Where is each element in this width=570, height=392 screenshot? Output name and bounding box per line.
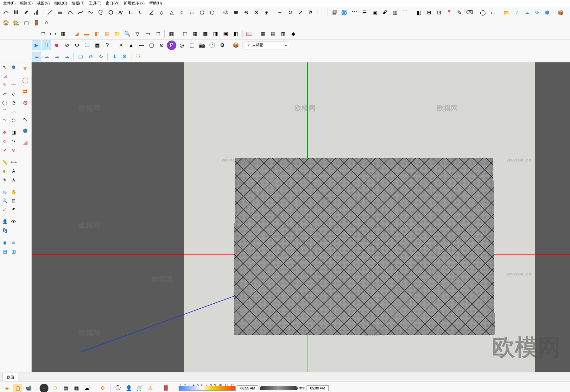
podium-icon[interactable]: P [167, 41, 176, 50]
camera-icon[interactable]: 📷 [197, 41, 207, 50]
stop-icon[interactable]: ⊘ [62, 41, 72, 50]
corner-icon[interactable] [126, 8, 136, 17]
frame-icon[interactable]: ▢ [147, 41, 156, 50]
columns2-icon[interactable]: ▥ [390, 8, 400, 17]
menu-extensions[interactable]: 扩展程序 (x) [122, 0, 146, 7]
cloud1-icon[interactable]: ☁ [32, 52, 41, 61]
select-icon[interactable]: ⬚ [38, 29, 48, 39]
ext-down-icon[interactable]: ▼ [20, 64, 30, 74]
component4-icon[interactable]: ◨ [211, 29, 220, 39]
ext-pointer-icon[interactable]: ↖ [20, 114, 30, 124]
pencil-red-icon[interactable]: ✎ [1, 81, 9, 89]
move-tool-icon[interactable]: ✥ [1, 128, 9, 136]
dimension-icon[interactable]: ⟷ [48, 29, 58, 39]
door-icon[interactable]: 🚪 [32, 18, 41, 27]
line-icon[interactable] [45, 8, 55, 17]
box2-icon[interactable]: 🏠 [1, 18, 11, 27]
status-value-tab[interactable]: 数值 [3, 373, 18, 381]
previous-icon[interactable]: ↶ [10, 205, 18, 214]
bb-shield2-icon[interactable]: ⬡ [50, 384, 59, 392]
scale-tool-icon[interactable]: ⤢ [1, 146, 9, 154]
menu-view[interactable]: 视图(V) [35, 0, 52, 7]
columns-icon[interactable] [11, 8, 21, 17]
pattern-icon[interactable]: ⊞ [262, 8, 271, 17]
component6-icon[interactable]: ◧ [231, 29, 240, 39]
bb-warning-icon[interactable]: ⚠ [146, 384, 155, 392]
bb-camera-icon[interactable]: 📹 [24, 384, 33, 392]
curve-tool-icon[interactable] [1, 8, 11, 17]
material4-icon[interactable]: ◆ [288, 29, 298, 39]
bb-info-icon[interactable]: ⓘ [114, 384, 123, 392]
subtract-icon[interactable]: ⊖ [241, 8, 251, 17]
zoom-window-icon[interactable]: ⊡ [10, 197, 18, 205]
diamond-tool-icon[interactable]: ◇ [10, 90, 18, 98]
menu-file[interactable]: 文件(F) [1, 0, 17, 7]
eraser2-icon[interactable]: ⌫ [465, 8, 474, 17]
nodes-icon[interactable]: ⊚ [86, 52, 95, 61]
arc-tool-icon[interactable]: ⌒ [1, 107, 9, 116]
pencil-icon[interactable]: ✎ [454, 8, 464, 17]
sweep-icon[interactable]: 〰 [350, 8, 359, 17]
viewport[interactable]: 欧模网 欧模网 欧模网 欧模网 欧模网 欧模网 欧模网 www.om.cn ww… [32, 62, 570, 372]
box-orange-icon[interactable]: ▬ [82, 29, 92, 39]
bb-component-icon[interactable]: ◈ [3, 384, 11, 392]
flip-h-icon[interactable]: ◧ [414, 8, 423, 17]
3d-icon[interactable]: ⬢ [542, 8, 552, 17]
offset-icon[interactable] [55, 8, 65, 17]
rect3-icon[interactable]: ▭ [143, 29, 152, 39]
offset-tool-icon[interactable]: ⊙ [10, 146, 18, 154]
eraser-orange-icon[interactable]: ◢ [72, 29, 81, 39]
rect2-icon[interactable]: ▭ [488, 8, 498, 17]
layers2-icon[interactable]: ▤ [1, 247, 9, 256]
target-icon[interactable]: ◎ [177, 41, 187, 50]
circle-tool-icon[interactable]: ◯ [1, 98, 9, 107]
bb-group-icon[interactable]: ▢ [13, 384, 22, 392]
folder-orange-icon[interactable]: 📁 [112, 29, 122, 39]
cloud2-icon[interactable]: ☁ [42, 52, 51, 61]
wave-red-icon[interactable]: 〰 [10, 81, 18, 89]
mirror-icon[interactable]: ⧉ [306, 8, 315, 17]
dimension-tool-icon[interactable]: ⟷ [10, 158, 18, 166]
zoom-extents-icon[interactable]: ⤢ [1, 205, 9, 214]
refresh-blue-icon[interactable]: ↻ [96, 52, 105, 61]
marquee-icon[interactable]: ▦ [58, 29, 68, 39]
rect-tool-icon[interactable]: ▱ [1, 90, 9, 98]
snap-icon[interactable]: ⊡ [434, 8, 444, 17]
eraser-icon[interactable]: ◢ [1, 72, 9, 80]
magnify-icon[interactable]: 🔍 [123, 29, 132, 39]
download-icon[interactable]: ⬇ [110, 52, 119, 61]
folder-open-icon[interactable]: 📂 [502, 8, 511, 17]
square-blue-icon[interactable]: ▢ [76, 52, 85, 61]
light-icon[interactable]: ▲ [126, 41, 136, 50]
loop-icon[interactable] [106, 8, 116, 17]
component5-icon[interactable]: ▣ [221, 29, 230, 39]
book-icon[interactable]: 📖 [244, 29, 254, 39]
home-icon[interactable]: 🏡 [11, 18, 21, 27]
shape1-icon[interactable]: ◇ [157, 8, 166, 17]
bb-cloud-icon[interactable]: ☁ [83, 384, 92, 392]
monitor-icon[interactable]: 🖵 [82, 41, 92, 50]
material3-icon[interactable]: ▥ [278, 29, 288, 39]
pushpull-icon[interactable]: ◨ [10, 128, 18, 136]
menu-tools[interactable]: 工具(T) [87, 0, 103, 7]
circle2-icon[interactable]: ◯ [478, 8, 488, 17]
zigzag-icon[interactable] [116, 8, 126, 17]
layers-icon[interactable]: ≋ [10, 238, 18, 247]
shape5-icon[interactable]: ⬠ [197, 8, 207, 17]
ext-swap-icon[interactable]: ⇄ [20, 86, 30, 97]
help-icon[interactable]: ? [103, 41, 112, 50]
sun-icon[interactable]: ☀ [116, 41, 126, 50]
scale-icon[interactable]: ⤢ [295, 8, 305, 17]
spiral-icon[interactable] [96, 8, 105, 17]
cloud-sync-icon[interactable]: ⟳ [532, 8, 542, 17]
selection-icon[interactable]: ⬚ [153, 29, 162, 39]
material1-icon[interactable]: ▦ [258, 29, 268, 39]
revolve-icon[interactable]: 🌀 [339, 8, 349, 17]
start-time[interactable]: 06:55 AM [237, 385, 258, 391]
play-icon[interactable]: ▶ [32, 41, 41, 50]
clock-icon[interactable]: 🕐 [207, 41, 217, 50]
bars-icon[interactable] [32, 8, 41, 17]
shape2-icon[interactable]: △ [167, 8, 176, 17]
ext-cube-icon[interactable]: ⬢ [20, 126, 30, 136]
position-camera-icon[interactable]: 👤 [1, 218, 9, 226]
